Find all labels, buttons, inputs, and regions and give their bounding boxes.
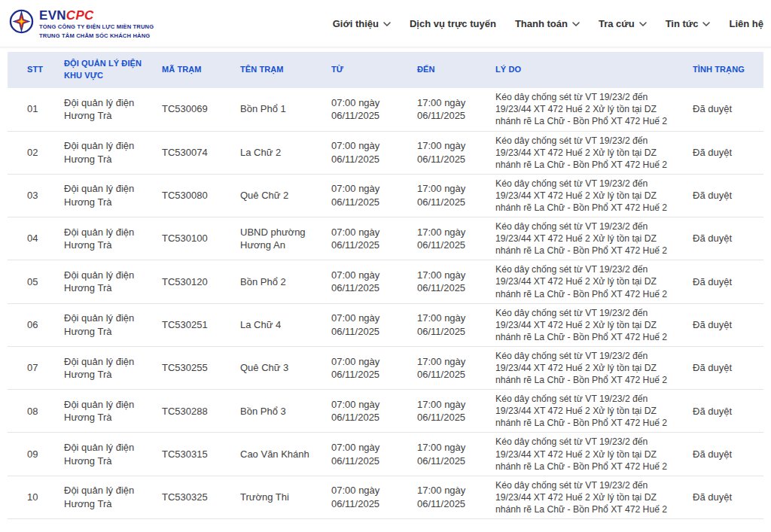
brand-logo[interactable]: EVNCPC TỔNG CÔNG TY ĐIỆN LỰC MIỀN TRUNG … [9,7,154,40]
nav-item-dich-vu-truc-tuyen[interactable]: Dịch vụ trực tuyến [410,18,496,29]
table-row: 05 Đội quản lý điện Hương Trà TC530120 B… [8,260,763,303]
brand-name-cpc: CPC [66,8,94,23]
column-header-stt: STT [8,52,57,88]
top-navigation-bar: EVNCPC TỔNG CÔNG TY ĐIỆN LỰC MIỀN TRUNG … [0,0,771,47]
column-header-reason: LÝ DO [489,52,686,88]
cell-stt: 03 [8,174,57,217]
cell-station-name: Bồn Phổ 3 [233,390,325,433]
cell-status: Đã duyệt [686,476,763,518]
cell-to: 17:00 ngày 06/11/2025 [410,131,489,174]
nav-item-gioi-thieu[interactable]: Giới thiệu [333,18,391,29]
cell-station-name: Quê Chữ 2 [233,174,325,217]
cell-status: Đã duyệt [686,260,763,303]
cell-station-code: TC530251 [155,303,233,346]
cell-station-code: TC530120 [155,260,233,303]
nav-item-tra-cuu[interactable]: Tra cứu [599,18,647,29]
cell-from: 07:00 ngày 06/11/2025 [325,433,410,476]
column-header-status: TÌNH TRẠNG [686,52,763,88]
chevron-down-icon [572,22,580,26]
cell-reason: Kéo dây chống sét từ VT 19/23/2 đến 19/2… [489,303,686,346]
cell-status: Đã duyệt [686,390,763,433]
cell-status: Đã duyệt [686,88,763,131]
cell-team: Đội quản lý điện Hương Trà [57,174,155,217]
main-menu: Giới thiệu Dịch vụ trực tuyến Thanh toán… [333,18,763,29]
cell-from: 07:00 ngày 06/11/2025 [325,476,410,518]
cell-status: Đã duyệt [686,433,763,476]
cell-stt: 08 [8,390,57,433]
nav-item-label: Tin tức [666,18,699,29]
cell-reason: Kéo dây chống sét từ VT 19/23/2 đến 19/2… [489,260,686,303]
cell-from: 07:00 ngày 06/11/2025 [325,174,410,217]
cell-station-name: La Chữ 2 [233,131,325,174]
cell-to: 17:00 ngày 06/11/2025 [410,476,489,518]
brand-text-block: EVNCPC TỔNG CÔNG TY ĐIỆN LỰC MIỀN TRUNG … [39,7,154,40]
table-row: 06 Đội quản lý điện Hương Trà TC530251 L… [8,303,763,346]
cell-team: Đội quản lý điện Hương Trà [57,433,155,476]
cell-team: Đội quản lý điện Hương Trà [57,131,155,174]
table-row: 03 Đội quản lý điện Hương Trà TC530080 Q… [8,174,763,217]
cell-status: Đã duyệt [686,131,763,174]
brand-subtitle-center: TRUNG TÂM CHĂM SÓC KHÁCH HÀNG [39,32,154,40]
cell-station-code: TC530255 [155,346,233,389]
brand-subtitle-company: TỔNG CÔNG TY ĐIỆN LỰC MIỀN TRUNG [39,23,154,31]
table-row: 07 Đội quản lý điện Hương Trà TC530255 Q… [8,346,763,389]
table-row: 04 Đội quản lý điện Hương Trà TC530100 U… [8,217,763,260]
brand-name: EVNCPC [39,8,154,23]
outage-table-head: STT ĐỘI QUẢN LÝ ĐIỆN KHU VỰC MÃ TRẠM TÊN… [8,52,763,88]
table-row: 09 Đội quản lý điện Hương Trà TC530315 C… [8,433,763,476]
outage-schedule-section: STT ĐỘI QUẢN LÝ ĐIỆN KHU VỰC MÃ TRẠM TÊN… [8,52,763,519]
chevron-down-icon [639,22,647,26]
cell-stt: 06 [8,303,57,346]
cell-to: 17:00 ngày 06/11/2025 [410,346,489,389]
column-header-team: ĐỘI QUẢN LÝ ĐIỆN KHU VỰC [57,52,155,88]
cell-station-code: TC530100 [155,217,233,260]
cell-stt: 02 [8,131,57,174]
column-header-station-name: TÊN TRẠM [233,52,325,88]
chevron-down-icon [702,22,710,26]
cell-stt: 10 [8,476,57,518]
nav-item-thanh-toan[interactable]: Thanh toán [515,18,580,29]
cell-to: 17:00 ngày 06/11/2025 [410,390,489,433]
cell-status: Đã duyệt [686,174,763,217]
table-row: 02 Đội quản lý điện Hương Trà TC530074 L… [8,131,763,174]
cell-team: Đội quản lý điện Hương Trà [57,88,155,131]
chevron-down-icon [383,22,391,26]
cell-reason: Kéo dây chống sét từ VT 19/23/2 đến 19/2… [489,217,686,260]
cell-from: 07:00 ngày 06/11/2025 [325,88,410,131]
nav-item-lien-he[interactable]: Liên hệ [729,18,763,29]
cell-from: 07:00 ngày 06/11/2025 [325,131,410,174]
cell-from: 07:00 ngày 06/11/2025 [325,260,410,303]
cell-from: 07:00 ngày 06/11/2025 [325,303,410,346]
cell-reason: Kéo dây chống sét từ VT 19/23/2 đến 19/2… [489,390,686,433]
evn-star-logo-icon [9,9,34,34]
nav-item-label: Tra cứu [599,18,635,29]
nav-item-label: Dịch vụ trực tuyến [410,18,496,29]
nav-item-label: Thanh toán [515,18,568,29]
header-row: STT ĐỘI QUẢN LÝ ĐIỆN KHU VỰC MÃ TRẠM TÊN… [8,52,763,88]
cell-reason: Kéo dây chống sét từ VT 19/23/2 đến 19/2… [489,476,686,518]
cell-from: 07:00 ngày 06/11/2025 [325,346,410,389]
cell-to: 17:00 ngày 06/11/2025 [410,217,489,260]
nav-item-label: Giới thiệu [333,18,379,29]
cell-station-code: TC530080 [155,174,233,217]
cell-to: 17:00 ngày 06/11/2025 [410,174,489,217]
cell-to: 17:00 ngày 06/11/2025 [410,433,489,476]
cell-reason: Kéo dây chống sét từ VT 19/23/2 đến 19/2… [489,88,686,131]
outage-table-body: 01 Đội quản lý điện Hương Trà TC530069 B… [8,88,763,519]
cell-team: Đội quản lý điện Hương Trà [57,217,155,260]
cell-from: 07:00 ngày 06/11/2025 [325,217,410,260]
cell-to: 17:00 ngày 06/11/2025 [410,260,489,303]
cell-to: 17:00 ngày 06/11/2025 [410,88,489,131]
cell-reason: Kéo dây chống sét từ VT 19/23/2 đến 19/2… [489,131,686,174]
cell-reason: Kéo dây chống sét từ VT 19/23/2 đến 19/2… [489,433,686,476]
cell-stt: 09 [8,433,57,476]
cell-station-code: TC530325 [155,476,233,518]
nav-item-tin-tuc[interactable]: Tin tức [666,18,711,29]
brand-name-evn: EVN [39,8,66,23]
table-row: 01 Đội quản lý điện Hương Trà TC530069 B… [8,88,763,131]
table-row: 10 Đội quản lý điện Hương Trà TC530325 T… [8,476,763,518]
cell-reason: Kéo dây chống sét từ VT 19/23/2 đến 19/2… [489,174,686,217]
cell-station-code: TC530315 [155,433,233,476]
cell-from: 07:00 ngày 06/11/2025 [325,390,410,433]
column-header-station-code: MÃ TRẠM [155,52,233,88]
